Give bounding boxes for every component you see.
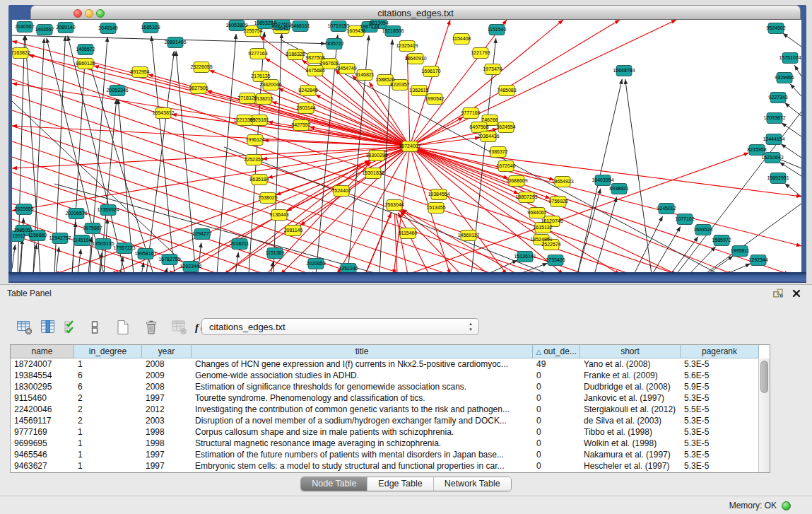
table-cell[interactable]: Yano et al. (2008) <box>580 358 681 370</box>
table-cell[interactable]: Changes of HCN gene expression and I(f) … <box>192 358 533 370</box>
table-cell[interactable]: Genome-wide association studies in ADHD. <box>192 370 533 381</box>
table-cell[interactable]: 5.3E-5 <box>681 392 759 404</box>
table-cell[interactable]: 5.6E-5 <box>681 370 759 381</box>
table-cell[interactable]: 6 <box>74 370 142 381</box>
table-source-dropdown[interactable]: citations_edges.txt ▲▼ <box>201 318 479 335</box>
table-cell[interactable]: Hescheler et al. (1997) <box>580 460 681 472</box>
scrollbar-thumb[interactable] <box>760 361 768 393</box>
column-header-title[interactable]: title <box>192 345 533 358</box>
table-cell[interactable]: 1997 <box>142 449 192 460</box>
table-cell[interactable]: 1 <box>74 449 142 460</box>
table-cell[interactable]: 1 <box>74 426 142 438</box>
table-cell[interactable]: 18300295 <box>11 381 74 392</box>
graph-edge[interactable] <box>652 226 681 272</box>
table-cell[interactable]: 9463627 <box>11 460 74 472</box>
table-cell[interactable]: Tibbo et al. (1998) <box>580 426 681 438</box>
table-cell[interactable]: de Silva et al. (2003) <box>580 415 681 426</box>
table-cell[interactable]: 2003 <box>142 415 192 426</box>
close-panel-icon[interactable] <box>791 288 802 298</box>
column-header-short[interactable]: short <box>580 345 681 358</box>
table-cell[interactable]: 2008 <box>142 381 192 392</box>
column-header-pagerank[interactable]: pagerank <box>681 345 759 358</box>
table-cell[interactable]: 6 <box>74 381 142 392</box>
table-cell[interactable]: Stergiakouli et al. (2012) <box>580 404 681 415</box>
graph-edge[interactable] <box>410 20 676 146</box>
table-cell[interactable]: 0 <box>533 370 580 381</box>
table-cell[interactable]: Structural magnetic resonance image aver… <box>192 438 533 449</box>
tab-node-table[interactable]: Node Table <box>301 477 367 491</box>
table-cell[interactable]: 1997 <box>142 392 192 404</box>
table-cell[interactable]: Franke et al. (2009) <box>580 370 681 381</box>
table-row[interactable]: 946554611997Estimation of the future num… <box>11 449 770 460</box>
window-titlebar[interactable]: citations_edges.txt <box>30 5 801 20</box>
table-cell[interactable]: Nakamura et al. (1997) <box>580 449 681 460</box>
table-row[interactable]: 969969511998Structural magnetic resonanc… <box>11 438 770 449</box>
graph-edge[interactable] <box>312 271 313 272</box>
table-cell[interactable]: 9115460 <box>11 392 74 404</box>
table-cell[interactable]: Estimation of significance thresholds fo… <box>192 381 533 392</box>
table-options-icon[interactable] <box>14 318 35 337</box>
float-panel-icon[interactable] <box>772 288 784 298</box>
table-cell[interactable]: 49 <box>533 358 580 370</box>
table-cell[interactable]: 5.9E-5 <box>681 381 759 392</box>
table-cell[interactable]: Disruption of a novel member of a sodium… <box>192 415 533 426</box>
table-cell[interactable]: Investigating the contribution of common… <box>192 404 533 415</box>
row-select-checks-icon[interactable] <box>61 318 82 337</box>
column-header-year[interactable]: year <box>142 345 192 358</box>
table-cell[interactable]: 5.3E-5 <box>681 438 759 449</box>
table-cell[interactable]: Tourette syndrome. Phenomenology and cla… <box>192 392 533 404</box>
table-cell[interactable]: 5.3E-5 <box>681 358 759 370</box>
graph-edge[interactable] <box>54 184 379 272</box>
table-cell[interactable]: 5.3E-5 <box>681 460 759 472</box>
table-row[interactable]: 1830029562008Estimation of significance … <box>11 381 770 392</box>
graph-edge[interactable] <box>407 54 410 146</box>
table-cell[interactable]: Embryonic stem cells: a model to study s… <box>192 460 533 472</box>
tab-edge-table[interactable]: Edge Table <box>367 477 433 491</box>
table-cell[interactable]: 2 <box>74 404 142 415</box>
table-cell[interactable]: 0 <box>533 438 580 449</box>
table-cell[interactable]: 9777169 <box>11 426 74 438</box>
tab-network-table[interactable]: Network Table <box>433 477 511 491</box>
table-cell[interactable]: 0 <box>533 426 580 438</box>
table-cell[interactable]: Jankovic et al. (1997) <box>580 392 681 404</box>
table-cell[interactable]: 5.3E-5 <box>681 415 759 426</box>
table-row[interactable]: 977716911998Corpus callosum shape and si… <box>11 426 770 438</box>
network-graph-canvas[interactable]: 1872400722557549277163217613571382159925… <box>12 20 801 272</box>
stacked-squares-icon[interactable] <box>84 318 105 337</box>
table-row[interactable]: 946362711997Embryonic stem cells: a mode… <box>11 460 770 472</box>
graph-edge[interactable] <box>410 146 733 272</box>
graph-edge[interactable] <box>410 146 801 197</box>
table-cell[interactable]: Corpus callosum shape and size in male p… <box>192 426 533 438</box>
graph-edge[interactable] <box>408 153 749 272</box>
table-cell[interactable]: 22420046 <box>11 404 74 415</box>
table-cell[interactable]: 5.5E-5 <box>681 404 759 415</box>
table-cell[interactable]: 9465546 <box>11 449 74 460</box>
new-table-icon[interactable] <box>112 318 134 337</box>
table-cell[interactable]: 19384554 <box>11 370 74 381</box>
graph-edge[interactable] <box>689 247 716 272</box>
table-vertical-scrollbar[interactable] <box>758 358 770 472</box>
table-cell[interactable]: 0 <box>533 415 580 426</box>
column-header-name[interactable]: name <box>11 345 74 358</box>
table-cell[interactable]: 2 <box>74 415 142 426</box>
table-cell[interactable]: 1 <box>74 438 142 449</box>
table-cell[interactable]: 14569117 <box>11 415 74 426</box>
table-row[interactable]: 1938455462009Genome-wide association stu… <box>11 370 770 381</box>
graph-edge[interactable] <box>72 222 76 272</box>
column-select-icon[interactable] <box>37 318 59 337</box>
table-cell[interactable]: 0 <box>533 404 580 415</box>
table-cell[interactable]: 1998 <box>142 426 192 438</box>
graph-edge[interactable] <box>217 34 236 272</box>
table-cell[interactable]: 0 <box>533 392 580 404</box>
table-cell[interactable]: 1 <box>74 358 142 370</box>
table-cell[interactable]: 2012 <box>142 404 192 415</box>
table-cell[interactable]: 0 <box>533 460 580 472</box>
table-cell[interactable]: 9699695 <box>11 438 74 449</box>
graph-edge[interactable] <box>400 211 461 272</box>
graph-edge[interactable] <box>249 32 264 272</box>
delete-table-icon[interactable] <box>141 318 162 337</box>
table-row[interactable]: 2242004622012Investigating the contribut… <box>11 404 770 415</box>
table-cell[interactable]: 2009 <box>142 370 192 381</box>
table-cell[interactable]: 18724007 <box>11 358 74 370</box>
table-row[interactable]: 1872400712008Changes of HCN gene express… <box>11 358 770 370</box>
